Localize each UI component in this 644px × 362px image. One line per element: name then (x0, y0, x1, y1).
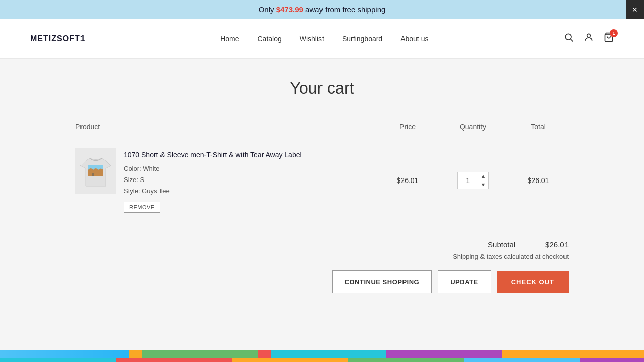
product-cell: 1070 Short & Sleeve men-T-Shirt & with T… (75, 148, 377, 213)
banner-text-suffix: away from free shipping (303, 5, 385, 14)
site-logo: METIZSOFT1 (30, 34, 86, 43)
quantity-cell: 1 ▲ ▼ (438, 172, 508, 189)
product-details: 1070 Short & Sleeve men-T-Shirt & with T… (124, 148, 302, 213)
table-header: Product Price Quantity Total (75, 118, 569, 136)
product-color: Color: White (124, 163, 302, 174)
subtotal-row: Subtotal $26.01 (488, 240, 569, 249)
product-size: Size: S (124, 174, 302, 186)
site-header: METIZSOFT1 Home Catalog Wishlist Surfing… (0, 19, 644, 59)
decorative-stripe-1 (0, 350, 644, 358)
subtotal-value: $26.01 (545, 240, 569, 249)
product-price: $26.01 (377, 176, 438, 185)
product-image (75, 148, 116, 194)
checkout-button[interactable]: CHECK OUT (497, 271, 569, 293)
nav-catalog[interactable]: Catalog (257, 35, 281, 43)
nav-home[interactable]: Home (220, 35, 239, 43)
main-content: Your cart Product Price Quantity Total (45, 59, 599, 350)
svg-point-0 (565, 34, 571, 40)
quantity-spinner[interactable]: 1 ▲ ▼ (457, 172, 489, 189)
banner-text-prefix: Only (259, 5, 276, 14)
col-price: Price (377, 123, 438, 131)
cart-badge: 1 (610, 29, 618, 37)
product-style: Style: Guys Tee (124, 186, 302, 197)
cart-icon[interactable]: 1 (604, 32, 614, 45)
quantity-value: 1 (458, 172, 478, 189)
quantity-up[interactable]: ▲ (478, 172, 488, 180)
svg-line-1 (571, 39, 573, 42)
cart-actions: CONTINUE SHOPPING UPDATE CHECK OUT (332, 270, 569, 293)
shipping-note: Shipping & taxes calculated at checkout (453, 253, 569, 260)
remove-button[interactable]: REMOVE (124, 202, 160, 213)
subtotal-label: Subtotal (488, 240, 515, 249)
quantity-down[interactable]: ▼ (478, 180, 488, 189)
page-title: Your cart (75, 79, 569, 98)
nav-about-us[interactable]: About us (400, 35, 428, 43)
top-banner: Only $473.99 away from free shipping ✕ (0, 0, 644, 19)
cart-footer: Subtotal $26.01 Shipping & taxes calcula… (75, 240, 569, 293)
cart-table: Product Price Quantity Total (75, 118, 569, 225)
col-quantity: Quantity (438, 123, 508, 131)
header-icons: 1 (564, 32, 614, 45)
main-nav: Home Catalog Wishlist Surfingboard About… (86, 35, 564, 43)
col-total: Total (508, 123, 569, 131)
nav-wishlist[interactable]: Wishlist (300, 35, 324, 43)
svg-point-2 (587, 34, 591, 37)
continue-shopping-button[interactable]: CONTINUE SHOPPING (332, 270, 432, 293)
bottom-stripes (0, 350, 644, 362)
search-icon[interactable] (564, 32, 574, 45)
product-total: $26.01 (508, 176, 569, 185)
update-button[interactable]: UPDATE (438, 270, 491, 293)
quantity-arrows: ▲ ▼ (478, 172, 488, 189)
banner-amount: $473.99 (276, 5, 303, 14)
close-banner-button[interactable]: ✕ (626, 0, 644, 19)
table-row: 1070 Short & Sleeve men-T-Shirt & with T… (75, 136, 569, 225)
col-product: Product (75, 123, 377, 131)
nav-surfingboard[interactable]: Surfingboard (342, 35, 382, 43)
decorative-stripe-2 (0, 358, 644, 362)
account-icon[interactable] (584, 32, 594, 45)
product-name: 1070 Short & Sleeve men-T-Shirt & with T… (124, 150, 302, 160)
